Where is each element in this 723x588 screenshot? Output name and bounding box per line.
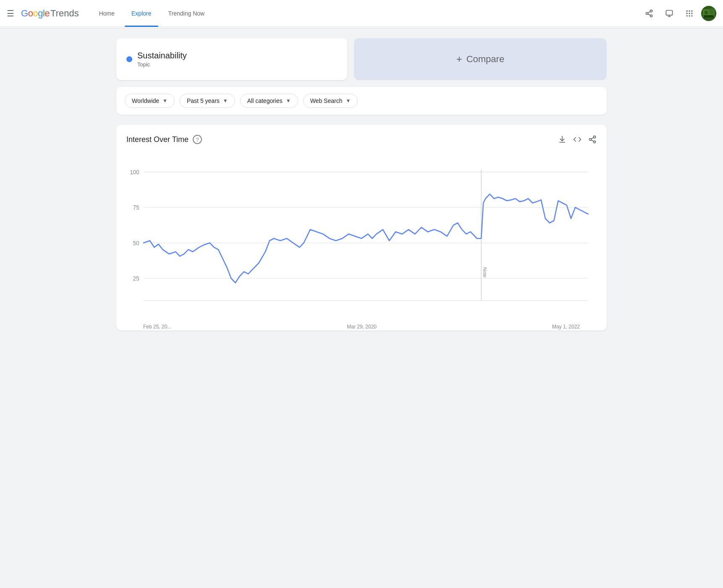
time-filter[interactable]: Past 5 years ▼ — [180, 94, 235, 108]
svg-point-15 — [689, 15, 690, 16]
svg-point-10 — [691, 10, 692, 11]
svg-point-9 — [689, 10, 690, 11]
x-label-start: Feb 25, 20... — [143, 324, 171, 330]
embed-button[interactable] — [573, 135, 582, 144]
header-actions — [641, 5, 716, 22]
search-area: Sustainability Topic + Compare — [116, 38, 607, 80]
nav-explore[interactable]: Explore — [125, 7, 158, 20]
svg-rect-20 — [710, 8, 714, 14]
card-title: Interest Over Time — [126, 135, 189, 144]
svg-point-1 — [646, 12, 648, 14]
term-name: Sustainability — [137, 51, 187, 60]
svg-text:50: 50 — [133, 240, 139, 246]
svg-point-24 — [594, 141, 596, 143]
nav-trending-now[interactable]: Trending Now — [162, 7, 212, 20]
svg-point-23 — [589, 139, 592, 141]
svg-point-16 — [691, 15, 692, 16]
interest-over-time-card: Interest Over Time ? — [116, 125, 607, 331]
category-filter-chevron: ▼ — [286, 98, 291, 104]
chart-container: 100 75 50 25 Note Feb 25, 20... Mar 2 — [126, 161, 597, 320]
download-button[interactable] — [558, 135, 566, 144]
term-dot — [126, 56, 132, 62]
card-header: Interest Over Time ? — [126, 135, 597, 144]
menu-icon[interactable]: ☰ — [7, 8, 14, 18]
svg-text:25: 25 — [133, 276, 139, 282]
help-icon[interactable]: ? — [193, 135, 202, 144]
compare-plus-icon: + — [456, 53, 462, 65]
svg-rect-21 — [704, 15, 714, 18]
svg-line-3 — [648, 14, 650, 15]
feedback-button[interactable] — [661, 5, 678, 22]
svg-point-12 — [689, 13, 690, 14]
main-nav: Home Explore Trending Now — [92, 7, 641, 20]
google-trends-logo[interactable]: Google Trends — [21, 8, 79, 19]
category-filter[interactable]: All categories ▼ — [240, 94, 298, 108]
svg-text:Note: Note — [482, 267, 487, 277]
search-type-filter[interactable]: Web Search ▼ — [303, 94, 358, 108]
svg-point-2 — [650, 15, 652, 17]
svg-line-25 — [591, 140, 594, 141]
svg-point-8 — [686, 10, 688, 11]
x-label-mid: Mar 29, 2020 — [347, 324, 377, 330]
svg-line-26 — [591, 137, 594, 139]
search-type-filter-chevron: ▼ — [346, 98, 351, 104]
svg-point-22 — [594, 136, 596, 138]
search-term-box: Sustainability Topic — [116, 38, 347, 80]
apps-button[interactable] — [681, 5, 698, 22]
svg-point-14 — [686, 15, 688, 16]
filter-bar: Worldwide ▼ Past 5 years ▼ All categorie… — [116, 87, 607, 115]
svg-point-13 — [691, 13, 692, 14]
time-filter-chevron: ▼ — [223, 98, 228, 104]
svg-line-4 — [648, 11, 650, 13]
svg-text:75: 75 — [133, 205, 139, 211]
avatar[interactable] — [701, 6, 716, 21]
term-type: Topic — [137, 61, 187, 68]
svg-point-0 — [650, 10, 652, 12]
main-content: Sustainability Topic + Compare Worldwide… — [110, 28, 613, 341]
header: ☰ Google Trends Home Explore Trending No… — [0, 0, 723, 27]
compare-box[interactable]: + Compare — [354, 38, 607, 80]
svg-rect-5 — [666, 10, 673, 15]
chart-svg: 100 75 50 25 Note — [126, 161, 597, 320]
compare-label: Compare — [466, 54, 504, 65]
geo-filter-chevron: ▼ — [162, 98, 168, 104]
svg-point-11 — [686, 13, 688, 14]
share-button[interactable] — [641, 5, 658, 22]
geo-filter[interactable]: Worldwide ▼ — [125, 94, 175, 108]
svg-text:100: 100 — [130, 169, 139, 175]
share-chart-button[interactable] — [588, 135, 597, 144]
x-label-end: May 1, 2022 — [552, 324, 580, 330]
svg-rect-19 — [705, 11, 708, 14]
nav-home[interactable]: Home — [92, 7, 121, 20]
